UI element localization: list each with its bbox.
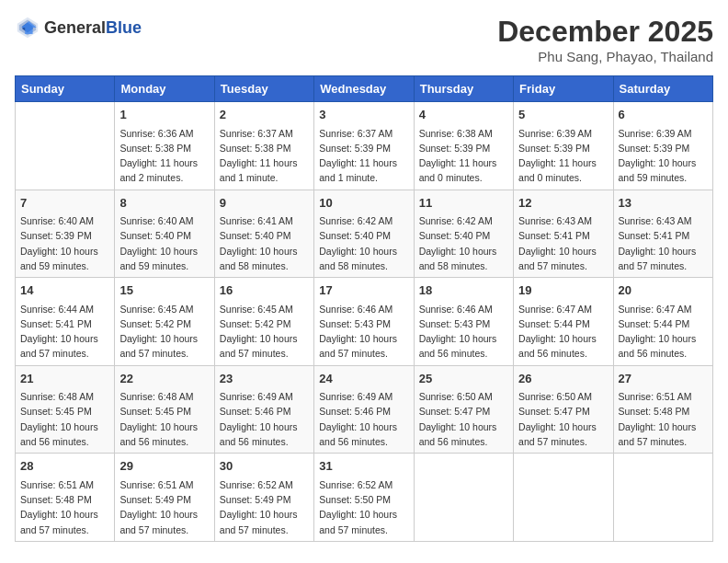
day-number: 8 — [119, 194, 209, 213]
day-info: Sunrise: 6:46 AM Sunset: 5:43 PM Dayligh… — [319, 302, 408, 362]
day-info: Sunrise: 6:52 AM Sunset: 5:49 PM Dayligh… — [220, 477, 309, 537]
day-number: 10 — [319, 194, 408, 213]
calendar-cell: 10Sunrise: 6:42 AM Sunset: 5:40 PM Dayli… — [314, 190, 414, 278]
day-number: 12 — [518, 194, 608, 213]
calendar-cell: 7Sunrise: 6:40 AM Sunset: 5:39 PM Daylig… — [16, 190, 115, 278]
calendar-cell: 8Sunrise: 6:40 AM Sunset: 5:40 PM Daylig… — [115, 190, 214, 278]
calendar-cell: 11Sunrise: 6:42 AM Sunset: 5:40 PM Dayli… — [414, 190, 513, 278]
day-info: Sunrise: 6:43 AM Sunset: 5:41 PM Dayligh… — [619, 213, 708, 273]
day-number: 3 — [319, 106, 408, 124]
day-info: Sunrise: 6:45 AM Sunset: 5:42 PM Dayligh… — [119, 302, 209, 362]
header: GeneralBlue December 2025 Phu Sang, Phay… — [15, 15, 713, 64]
calendar-cell: 16Sunrise: 6:45 AM Sunset: 5:42 PM Dayli… — [214, 278, 313, 366]
column-header-saturday: Saturday — [613, 76, 712, 102]
column-header-wednesday: Wednesday — [314, 76, 414, 102]
calendar-cell: 27Sunrise: 6:51 AM Sunset: 5:48 PM Dayli… — [613, 365, 712, 454]
day-info: Sunrise: 6:51 AM Sunset: 5:49 PM Dayligh… — [119, 477, 209, 537]
day-info: Sunrise: 6:47 AM Sunset: 5:44 PM Dayligh… — [518, 302, 608, 362]
logo-text: GeneralBlue — [44, 18, 142, 38]
calendar-cell: 3Sunrise: 6:37 AM Sunset: 5:39 PM Daylig… — [314, 102, 414, 190]
day-number: 7 — [20, 194, 109, 213]
day-info: Sunrise: 6:40 AM Sunset: 5:39 PM Dayligh… — [20, 213, 109, 273]
calendar-cell: 22Sunrise: 6:48 AM Sunset: 5:45 PM Dayli… — [115, 365, 214, 454]
calendar-cell: 31Sunrise: 6:52 AM Sunset: 5:50 PM Dayli… — [314, 454, 414, 542]
day-info: Sunrise: 6:46 AM Sunset: 5:43 PM Dayligh… — [419, 302, 508, 362]
day-number: 4 — [419, 106, 508, 124]
day-info: Sunrise: 6:38 AM Sunset: 5:39 PM Dayligh… — [419, 126, 508, 186]
calendar-cell: 13Sunrise: 6:43 AM Sunset: 5:41 PM Dayli… — [613, 190, 712, 278]
day-number: 13 — [619, 194, 708, 213]
day-number: 28 — [20, 457, 109, 476]
week-row-3: 14Sunrise: 6:44 AM Sunset: 5:41 PM Dayli… — [16, 278, 713, 366]
day-info: Sunrise: 6:39 AM Sunset: 5:39 PM Dayligh… — [619, 126, 708, 186]
day-info: Sunrise: 6:51 AM Sunset: 5:48 PM Dayligh… — [619, 389, 708, 449]
day-info: Sunrise: 6:42 AM Sunset: 5:40 PM Dayligh… — [419, 213, 508, 273]
calendar-cell: 28Sunrise: 6:51 AM Sunset: 5:48 PM Dayli… — [16, 454, 115, 542]
day-info: Sunrise: 6:44 AM Sunset: 5:41 PM Dayligh… — [20, 302, 109, 362]
day-info: Sunrise: 6:37 AM Sunset: 5:39 PM Dayligh… — [319, 126, 408, 186]
title-area: December 2025 Phu Sang, Phayao, Thailand — [497, 15, 713, 64]
calendar-cell: 20Sunrise: 6:47 AM Sunset: 5:44 PM Dayli… — [613, 278, 712, 366]
day-number: 26 — [518, 370, 608, 388]
column-header-friday: Friday — [514, 76, 613, 102]
calendar-cell — [16, 102, 115, 190]
day-info: Sunrise: 6:45 AM Sunset: 5:42 PM Dayligh… — [220, 302, 309, 362]
calendar-cell: 14Sunrise: 6:44 AM Sunset: 5:41 PM Dayli… — [16, 278, 115, 366]
day-number: 19 — [518, 282, 608, 300]
calendar-cell: 17Sunrise: 6:46 AM Sunset: 5:43 PM Dayli… — [314, 278, 414, 366]
day-info: Sunrise: 6:42 AM Sunset: 5:40 PM Dayligh… — [319, 213, 408, 273]
main-title: December 2025 — [497, 15, 713, 49]
calendar-cell: 23Sunrise: 6:49 AM Sunset: 5:46 PM Dayli… — [214, 365, 313, 454]
calendar-cell: 29Sunrise: 6:51 AM Sunset: 5:49 PM Dayli… — [115, 454, 214, 542]
calendar-cell — [514, 454, 613, 542]
day-number: 30 — [220, 457, 309, 476]
header-row: SundayMondayTuesdayWednesdayThursdayFrid… — [16, 76, 713, 102]
day-number: 20 — [619, 282, 708, 300]
day-number: 2 — [220, 106, 309, 124]
calendar-cell: 1Sunrise: 6:36 AM Sunset: 5:38 PM Daylig… — [115, 102, 214, 190]
calendar-cell: 25Sunrise: 6:50 AM Sunset: 5:47 PM Dayli… — [414, 365, 513, 454]
day-number: 18 — [419, 282, 508, 300]
calendar-table: SundayMondayTuesdayWednesdayThursdayFrid… — [15, 75, 713, 542]
day-info: Sunrise: 6:48 AM Sunset: 5:45 PM Dayligh… — [20, 389, 109, 449]
day-info: Sunrise: 6:47 AM Sunset: 5:44 PM Dayligh… — [619, 302, 708, 362]
column-header-monday: Monday — [115, 76, 214, 102]
day-info: Sunrise: 6:41 AM Sunset: 5:40 PM Dayligh… — [220, 213, 309, 273]
calendar-cell: 26Sunrise: 6:50 AM Sunset: 5:47 PM Dayli… — [514, 365, 613, 454]
day-info: Sunrise: 6:37 AM Sunset: 5:38 PM Dayligh… — [220, 126, 309, 186]
week-row-1: 1Sunrise: 6:36 AM Sunset: 5:38 PM Daylig… — [16, 102, 713, 190]
column-header-sunday: Sunday — [16, 76, 115, 102]
calendar-cell: 19Sunrise: 6:47 AM Sunset: 5:44 PM Dayli… — [514, 278, 613, 366]
day-number: 6 — [619, 106, 708, 124]
calendar-cell — [414, 454, 513, 542]
week-row-4: 21Sunrise: 6:48 AM Sunset: 5:45 PM Dayli… — [16, 365, 713, 454]
column-header-thursday: Thursday — [414, 76, 513, 102]
day-number: 17 — [319, 282, 408, 300]
day-info: Sunrise: 6:50 AM Sunset: 5:47 PM Dayligh… — [419, 389, 508, 449]
day-number: 15 — [119, 282, 209, 300]
day-number: 25 — [419, 370, 508, 388]
day-info: Sunrise: 6:52 AM Sunset: 5:50 PM Dayligh… — [319, 477, 408, 537]
calendar-cell: 15Sunrise: 6:45 AM Sunset: 5:42 PM Dayli… — [115, 278, 214, 366]
day-number: 22 — [119, 370, 209, 388]
day-number: 1 — [119, 106, 209, 124]
day-number: 11 — [419, 194, 508, 213]
day-number: 21 — [20, 370, 109, 388]
calendar-cell: 9Sunrise: 6:41 AM Sunset: 5:40 PM Daylig… — [214, 190, 313, 278]
calendar-cell: 30Sunrise: 6:52 AM Sunset: 5:49 PM Dayli… — [214, 454, 313, 542]
week-row-5: 28Sunrise: 6:51 AM Sunset: 5:48 PM Dayli… — [16, 454, 713, 542]
calendar-cell: 2Sunrise: 6:37 AM Sunset: 5:38 PM Daylig… — [214, 102, 313, 190]
day-number: 5 — [518, 106, 608, 124]
day-info: Sunrise: 6:51 AM Sunset: 5:48 PM Dayligh… — [20, 477, 109, 537]
day-number: 9 — [220, 194, 309, 213]
day-number: 29 — [119, 457, 209, 476]
day-info: Sunrise: 6:49 AM Sunset: 5:46 PM Dayligh… — [319, 389, 408, 449]
calendar-cell: 6Sunrise: 6:39 AM Sunset: 5:39 PM Daylig… — [613, 102, 712, 190]
calendar-cell — [613, 454, 712, 542]
logo-icon — [15, 15, 40, 40]
logo: GeneralBlue — [15, 15, 142, 40]
calendar-cell: 24Sunrise: 6:49 AM Sunset: 5:46 PM Dayli… — [314, 365, 414, 454]
day-info: Sunrise: 6:49 AM Sunset: 5:46 PM Dayligh… — [220, 389, 309, 449]
calendar-cell: 21Sunrise: 6:48 AM Sunset: 5:45 PM Dayli… — [16, 365, 115, 454]
day-number: 23 — [220, 370, 309, 388]
